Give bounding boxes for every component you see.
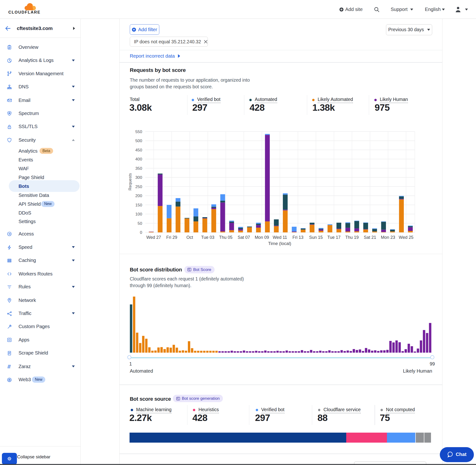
- svg-text:100: 100: [135, 212, 142, 216]
- svg-text:Mon 23: Mon 23: [381, 235, 395, 240]
- svg-text:Wed 25: Wed 25: [399, 235, 413, 240]
- svg-text:Sat 21: Sat 21: [364, 235, 376, 240]
- svg-text:350: 350: [135, 166, 142, 171]
- svg-text:450: 450: [135, 148, 142, 152]
- svg-text:Fri 13: Fri 13: [292, 235, 303, 240]
- svg-text:Sun 15: Sun 15: [309, 235, 323, 240]
- svg-text:150: 150: [135, 203, 142, 207]
- svg-text:Sat 07: Sat 07: [238, 235, 250, 240]
- svg-text:200: 200: [135, 193, 142, 198]
- svg-text:Mon 09: Mon 09: [255, 235, 269, 240]
- svg-text:400: 400: [135, 157, 142, 161]
- svg-text:Time (local): Time (local): [268, 241, 291, 246]
- svg-text:Tue 03: Tue 03: [201, 235, 214, 240]
- svg-text:500: 500: [135, 138, 142, 143]
- svg-text:Requests: Requests: [128, 173, 132, 190]
- svg-text:Thu 05: Thu 05: [219, 235, 233, 240]
- svg-text:Oct: Oct: [186, 235, 193, 240]
- svg-text:250: 250: [135, 184, 142, 189]
- svg-text:550: 550: [135, 129, 142, 134]
- svg-text:0: 0: [140, 230, 142, 235]
- svg-text:Wed 27: Wed 27: [147, 235, 161, 240]
- svg-text:Wed 11: Wed 11: [273, 235, 287, 240]
- svg-text:Fri 29: Fri 29: [166, 235, 177, 240]
- svg-text:50: 50: [138, 221, 142, 226]
- svg-text:Tue 17: Tue 17: [328, 235, 340, 240]
- svg-text:Thu 19: Thu 19: [345, 235, 359, 240]
- svg-text:300: 300: [135, 175, 142, 180]
